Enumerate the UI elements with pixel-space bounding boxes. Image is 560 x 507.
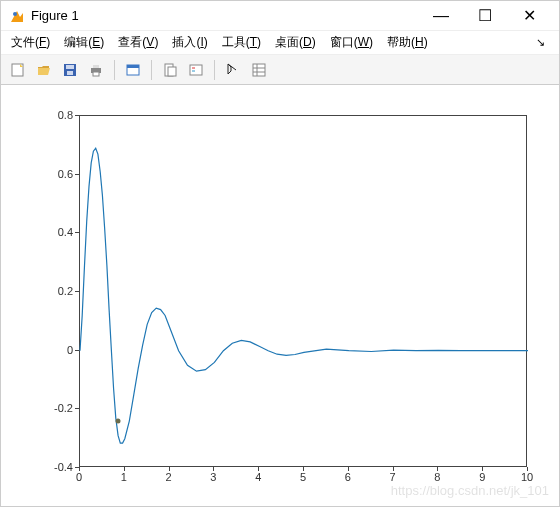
y-tick-mark (75, 115, 79, 116)
y-tick-mark (75, 291, 79, 292)
svg-rect-6 (67, 71, 73, 75)
y-tick-mark (75, 350, 79, 351)
close-icon: ✕ (523, 6, 536, 25)
axes[interactable] (79, 115, 527, 467)
x-tick-label: 9 (479, 471, 485, 483)
x-tick-label: 4 (255, 471, 261, 483)
menu-edit[interactable]: 编辑(E) (64, 34, 104, 51)
svg-point-1 (13, 12, 17, 16)
x-tick-label: 0 (76, 471, 82, 483)
menu-view[interactable]: 查看(V) (118, 34, 158, 51)
menu-window[interactable]: 窗口(W) (330, 34, 373, 51)
link-axes-button[interactable] (159, 59, 181, 81)
menu-insert[interactable]: 插入(I) (172, 34, 207, 51)
insert-legend-button[interactable] (185, 59, 207, 81)
y-tick-label: 0.8 (33, 109, 73, 121)
x-tick-label: 6 (345, 471, 351, 483)
x-tick-mark (169, 467, 170, 471)
y-tick-label: 0 (33, 344, 73, 356)
y-tick-mark (75, 232, 79, 233)
minimize-icon: — (433, 7, 449, 25)
menu-bar: 文件(F) 编辑(E) 查看(V) 插入(I) 工具(T) 桌面(D) 窗口(W… (1, 31, 559, 55)
window-title: Figure 1 (31, 8, 419, 23)
y-tick-mark (75, 174, 79, 175)
y-tick-label: 0.4 (33, 226, 73, 238)
menu-tools[interactable]: 工具(T) (222, 34, 261, 51)
watermark-text: https://blog.csdn.net/jk_101 (391, 483, 549, 498)
close-button[interactable]: ✕ (507, 2, 551, 30)
x-tick-mark (303, 467, 304, 471)
x-tick-label: 8 (434, 471, 440, 483)
x-tick-mark (348, 467, 349, 471)
x-tick-label: 7 (390, 471, 396, 483)
x-tick-mark (213, 467, 214, 471)
svg-rect-9 (93, 72, 99, 76)
y-tick-mark (75, 408, 79, 409)
x-tick-mark (79, 467, 80, 471)
maximize-button[interactable]: ☐ (463, 2, 507, 30)
maximize-icon: ☐ (478, 6, 492, 25)
toolbar-separator (151, 60, 152, 80)
matlab-figure-icon (9, 8, 25, 24)
x-tick-mark (393, 467, 394, 471)
minimize-button[interactable]: — (419, 2, 463, 30)
y-tick-label: -0.4 (33, 461, 73, 473)
svg-rect-17 (253, 64, 265, 76)
edit-plot-button[interactable] (222, 59, 244, 81)
x-tick-label: 2 (166, 471, 172, 483)
toolbar (1, 55, 559, 85)
x-tick-label: 10 (521, 471, 533, 483)
new-figure-button[interactable] (7, 59, 29, 81)
open-button[interactable] (33, 59, 55, 81)
x-tick-label: 3 (210, 471, 216, 483)
toolbar-separator (214, 60, 215, 80)
x-tick-label: 1 (121, 471, 127, 483)
x-tick-label: 5 (300, 471, 306, 483)
menu-desktop[interactable]: 桌面(D) (275, 34, 316, 51)
menu-file[interactable]: 文件(F) (11, 34, 50, 51)
save-button[interactable] (59, 59, 81, 81)
print-button[interactable] (85, 59, 107, 81)
x-tick-mark (527, 467, 528, 471)
property-editor-button[interactable] (248, 59, 270, 81)
y-tick-label: 0.2 (33, 285, 73, 297)
svg-rect-8 (93, 65, 99, 68)
line-plot (80, 116, 528, 468)
svg-rect-14 (190, 65, 202, 75)
x-tick-mark (437, 467, 438, 471)
undock-icon: ↘ (536, 36, 545, 49)
window-controls: — ☐ ✕ (419, 2, 551, 30)
x-tick-mark (482, 467, 483, 471)
data-marker[interactable] (116, 419, 121, 424)
toolbar-separator (114, 60, 115, 80)
title-bar: Figure 1 — ☐ ✕ (1, 1, 559, 31)
y-tick-label: -0.2 (33, 402, 73, 414)
svg-rect-13 (168, 67, 176, 76)
x-tick-mark (124, 467, 125, 471)
svg-rect-11 (127, 65, 139, 68)
screenshot-button[interactable] (122, 59, 144, 81)
undock-button[interactable]: ↘ (531, 36, 549, 49)
x-tick-mark (258, 467, 259, 471)
menu-help[interactable]: 帮助(H) (387, 34, 428, 51)
svg-marker-0 (11, 11, 23, 22)
svg-rect-5 (66, 65, 74, 69)
figure-canvas[interactable]: -0.4-0.200.20.40.60.8 012345678910 https… (1, 87, 559, 504)
y-tick-label: 0.6 (33, 168, 73, 180)
